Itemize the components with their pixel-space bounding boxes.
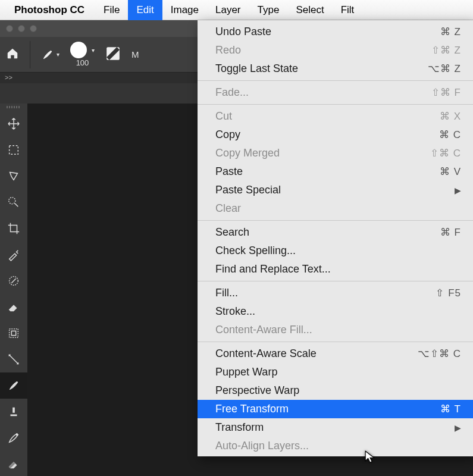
menu-item-fade: Fade...⇧⌘ F [198, 83, 473, 102]
menu-item-label: Check Spelling... [215, 245, 461, 257]
eraser-tool[interactable] [0, 294, 27, 320]
menu-item-shortcut: ⌘ F [440, 226, 461, 239]
mode-label-cut: M [131, 49, 139, 60]
home-button[interactable] [6, 47, 19, 62]
menu-file[interactable]: File [95, 0, 128, 20]
menu-item-search[interactable]: Search⌘ F [198, 223, 473, 242]
toolbox-grip[interactable] [0, 104, 27, 111]
svg-rect-5 [11, 331, 15, 335]
menu-item-label: Cut [215, 110, 440, 123]
menu-separator [198, 220, 473, 221]
move-tool[interactable] [0, 111, 27, 137]
brush-preset-picker[interactable]: ▾ 100 [70, 42, 95, 67]
menu-item-cut: Cut⌘ X [198, 107, 473, 126]
tool-preset-picker[interactable]: ▾ [41, 48, 59, 61]
menu-item-label: Fill... [215, 287, 436, 299]
menu-layer[interactable]: Layer [207, 0, 249, 20]
menu-image[interactable]: Image [162, 0, 207, 20]
svg-point-2 [9, 198, 15, 204]
menu-item-shortcut: ⌘ V [440, 165, 461, 178]
menu-item-undo-paste[interactable]: Undo Paste⌘ Z [198, 23, 473, 41]
traffic-light-minimize[interactable] [18, 25, 25, 32]
menu-item-label: Paste [215, 165, 440, 178]
clone-stamp-tool[interactable] [0, 399, 27, 425]
eyedropper-tool[interactable] [0, 242, 27, 268]
menu-item-shortcut: ⇧⌘ C [430, 147, 461, 159]
dodge-tool[interactable] [0, 346, 27, 372]
menu-item-label: Perspective Warp [215, 384, 461, 397]
menu-item-check-spelling[interactable]: Check Spelling... [198, 242, 473, 260]
brush-settings-button[interactable] [105, 46, 121, 64]
traffic-light-close[interactable] [6, 25, 13, 32]
frame-tool[interactable] [0, 320, 27, 346]
svg-rect-1 [10, 146, 18, 155]
macos-menubar: Photoshop CC File Edit Image Layer Type … [0, 0, 473, 20]
menu-separator [198, 104, 473, 105]
menu-item-paste[interactable]: Paste⌘ V [198, 162, 473, 181]
crop-tool[interactable] [0, 215, 27, 242]
healing-brush-tool[interactable] [0, 268, 27, 294]
menu-item-shortcut: ⌥⇧⌘ C [418, 347, 461, 360]
menu-item-shortcut: ⌘ C [439, 129, 461, 141]
brush-tool[interactable] [0, 372, 27, 399]
traffic-light-zoom[interactable] [30, 25, 37, 32]
menu-item-clear: Clear [198, 199, 473, 218]
menu-item-label: Free Transform [215, 403, 440, 415]
menu-item-label: Clear [215, 202, 461, 215]
menu-separator [198, 342, 473, 342]
lasso-tool[interactable] [0, 163, 27, 189]
menu-item-copy[interactable]: Copy⌘ C [198, 126, 473, 144]
separator [30, 41, 30, 68]
menu-item-toggle-last-state[interactable]: Toggle Last State⌥⌘ Z [198, 60, 473, 78]
menu-item-perspective-warp[interactable]: Perspective Warp [198, 381, 473, 400]
menu-item-label: Copy Merged [215, 147, 430, 159]
menu-edit[interactable]: Edit [128, 0, 162, 20]
menu-item-label: Fade... [215, 86, 431, 99]
menu-item-paste-special[interactable]: Paste Special▶ [198, 181, 473, 199]
menu-item-label: Content-Aware Scale [215, 347, 418, 360]
gradient-tool[interactable] [0, 451, 27, 476]
menu-item-content-aware-scale[interactable]: Content-Aware Scale⌥⇧⌘ C [198, 345, 473, 363]
menu-item-label: Transform [215, 421, 455, 434]
menu-item-label: Undo Paste [215, 26, 440, 38]
menu-item-label: Search [215, 226, 440, 239]
menu-item-stroke[interactable]: Stroke... [198, 302, 473, 321]
menu-item-copy-merged: Copy Merged⇧⌘ C [198, 144, 473, 162]
brush-size-readout: 100 [76, 58, 89, 67]
menu-item-puppet-warp[interactable]: Puppet Warp [198, 363, 473, 381]
chevron-down-icon: ▾ [92, 47, 95, 54]
edit-menu-dropdown: Undo Paste⌘ ZRedo⇧⌘ ZToggle Last State⌥⌘… [198, 20, 473, 456]
menu-item-shortcut: ⌥⌘ Z [428, 62, 461, 75]
menu-item-redo: Redo⇧⌘ Z [198, 41, 473, 60]
brush-swatch-icon [70, 42, 87, 58]
svg-rect-4 [10, 329, 18, 338]
svg-point-6 [16, 434, 18, 436]
marquee-tool[interactable] [0, 137, 27, 163]
menu-separator [198, 281, 473, 281]
menu-item-shortcut: ⇧⌘ Z [431, 44, 461, 57]
menu-select[interactable]: Select [287, 0, 332, 20]
toolbox [0, 104, 27, 476]
chevron-down-icon: ▾ [57, 51, 59, 58]
menu-item-shortcut: ⌘ T [440, 403, 461, 415]
menu-item-label: Content-Aware Fill... [215, 324, 461, 336]
menu-separator [198, 80, 473, 81]
menu-item-shortcut: ⇧⌘ F [431, 86, 461, 99]
menu-item-shortcut: ⌘ X [440, 110, 461, 123]
menu-item-find-and-replace-text[interactable]: Find and Replace Text... [198, 260, 473, 278]
menu-item-label: Redo [215, 44, 431, 57]
submenu-arrow-icon: ▶ [455, 423, 461, 433]
menu-item-fill[interactable]: Fill...⇧ F5 [198, 284, 473, 302]
menu-item-label: Puppet Warp [215, 366, 461, 378]
menu-type[interactable]: Type [249, 0, 288, 20]
history-brush-tool[interactable] [0, 425, 27, 451]
menu-filter[interactable]: Filt [333, 0, 363, 20]
menu-item-shortcut: ⌘ Z [440, 26, 461, 38]
menu-item-label: Auto-Align Layers... [215, 440, 461, 452]
submenu-arrow-icon: ▶ [455, 186, 461, 195]
menu-item-transform[interactable]: Transform▶ [198, 418, 473, 437]
quick-select-tool[interactable] [0, 189, 27, 215]
app-name[interactable]: Photoshop CC [14, 4, 84, 16]
menu-item-free-transform[interactable]: Free Transform⌘ T [198, 400, 473, 418]
menu-item-label: Paste Special [215, 184, 455, 196]
